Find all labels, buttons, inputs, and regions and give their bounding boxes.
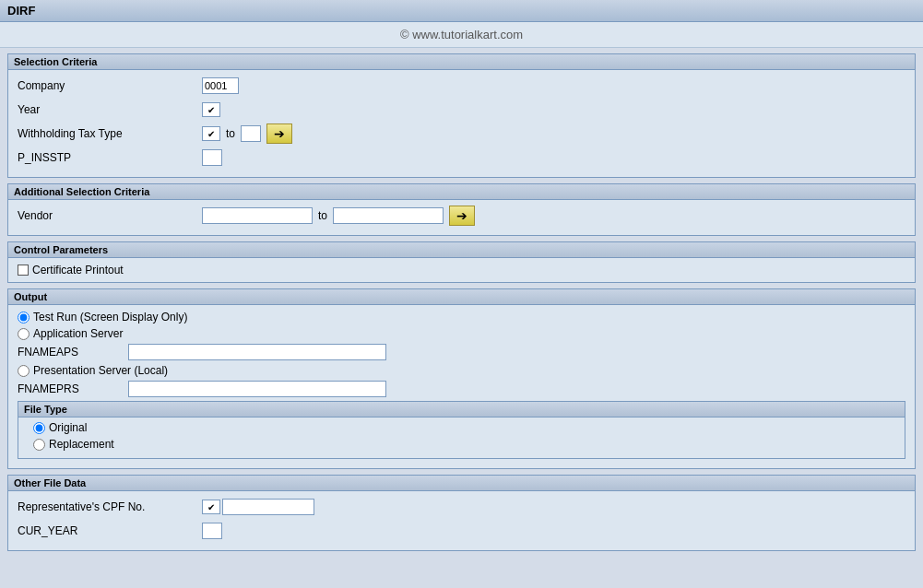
app-title: DIRF bbox=[7, 4, 35, 18]
control-parameters-section: Control Parameters Certificate Printout bbox=[7, 241, 916, 283]
cpf-label: Representative's CPF No. bbox=[18, 500, 202, 513]
p-insstp-input[interactable] bbox=[202, 149, 222, 166]
cur-year-row: CUR_YEAR bbox=[18, 521, 905, 541]
replacement-label: Replacement bbox=[49, 438, 114, 451]
withholding-tax-label: Withholding Tax Type bbox=[18, 127, 202, 140]
p-insstp-label: P_INSSTP bbox=[18, 151, 202, 164]
certificate-checkbox[interactable] bbox=[18, 265, 29, 276]
withholding-tax-row: Withholding Tax Type ✔ to ➔ bbox=[18, 123, 905, 144]
application-server-radio[interactable] bbox=[18, 328, 30, 340]
test-run-label: Test Run (Screen Display Only) bbox=[33, 311, 187, 323]
fnameprs-input[interactable] bbox=[128, 381, 386, 397]
cur-year-label: CUR_YEAR bbox=[18, 524, 202, 537]
file-type-header: File Type bbox=[18, 402, 905, 417]
control-parameters-header: Control Parameters bbox=[8, 242, 915, 258]
vendor-from-input[interactable] bbox=[202, 207, 313, 224]
vendor-to-input[interactable] bbox=[333, 207, 444, 224]
watermark-text: © www.tutorialkart.com bbox=[400, 28, 523, 41]
application-server-label: Application Server bbox=[33, 327, 123, 340]
withholding-tax-checkbox[interactable]: ✔ bbox=[202, 126, 220, 141]
output-body: Test Run (Screen Display Only) Applicati… bbox=[8, 305, 915, 468]
p-insstp-row: P_INSSTP bbox=[18, 147, 905, 168]
replacement-row: Replacement bbox=[33, 438, 890, 451]
selection-criteria-header: Selection Criteria bbox=[8, 54, 915, 70]
selection-criteria-body: Company Year ✔ Withholding Tax Type ✔ to… bbox=[8, 70, 915, 177]
certificate-row: Certificate Printout bbox=[18, 264, 905, 276]
year-label: Year bbox=[18, 103, 202, 116]
year-checkbox[interactable]: ✔ bbox=[202, 102, 220, 117]
test-run-row: Test Run (Screen Display Only) bbox=[18, 311, 905, 323]
withholding-nav-button[interactable]: ➔ bbox=[266, 123, 292, 144]
cpf-row: Representative's CPF No. ✔ bbox=[18, 497, 905, 517]
watermark-bar: © www.tutorialkart.com bbox=[0, 22, 923, 48]
title-bar: DIRF bbox=[0, 0, 923, 22]
file-type-section: File Type Original Replacement bbox=[18, 401, 905, 459]
cur-year-input[interactable] bbox=[202, 523, 222, 539]
original-row: Original bbox=[33, 421, 890, 434]
company-row: Company bbox=[18, 76, 905, 96]
application-server-row: Application Server bbox=[18, 327, 905, 340]
vendor-nav-button[interactable]: ➔ bbox=[449, 206, 475, 226]
presentation-server-radio[interactable] bbox=[18, 365, 30, 377]
other-file-data-header: Other File Data bbox=[8, 476, 915, 491]
company-label: Company bbox=[18, 79, 202, 92]
other-file-data-body: Representative's CPF No. ✔ CUR_YEAR bbox=[8, 491, 915, 550]
original-radio[interactable] bbox=[33, 422, 45, 434]
file-type-body: Original Replacement bbox=[18, 417, 905, 458]
presentation-server-row: Presentation Server (Local) bbox=[18, 364, 905, 377]
output-header: Output bbox=[8, 289, 915, 305]
certificate-label: Certificate Printout bbox=[32, 264, 124, 276]
additional-selection-section: Additional Selection Criteria Vendor to … bbox=[7, 183, 916, 236]
vendor-row: Vendor to ➔ bbox=[18, 206, 905, 226]
vendor-label: Vendor bbox=[18, 209, 202, 222]
fnameprs-label: FNAMEPRS bbox=[18, 382, 128, 395]
to-label-2: to bbox=[318, 209, 327, 222]
replacement-radio[interactable] bbox=[33, 439, 45, 451]
test-run-radio[interactable] bbox=[18, 312, 30, 323]
other-file-data-section: Other File Data Representative's CPF No.… bbox=[7, 475, 916, 551]
additional-selection-header: Additional Selection Criteria bbox=[8, 184, 915, 200]
year-row: Year ✔ bbox=[18, 100, 905, 120]
withholding-tax-to-input[interactable] bbox=[241, 125, 261, 142]
fnameaps-input[interactable] bbox=[128, 344, 386, 360]
presentation-server-label: Presentation Server (Local) bbox=[33, 364, 168, 377]
fnameprs-row: FNAMEPRS bbox=[18, 381, 905, 397]
control-parameters-body: Certificate Printout bbox=[8, 258, 915, 282]
output-section: Output Test Run (Screen Display Only) Ap… bbox=[7, 288, 916, 469]
selection-criteria-section: Selection Criteria Company Year ✔ Withho… bbox=[7, 53, 916, 178]
additional-selection-body: Vendor to ➔ bbox=[8, 200, 915, 235]
company-input[interactable] bbox=[202, 77, 239, 94]
nav-arrow-icon: ➔ bbox=[274, 126, 285, 141]
original-label: Original bbox=[49, 421, 87, 434]
fnameaps-row: FNAMEAPS bbox=[18, 344, 905, 360]
fnameaps-label: FNAMEAPS bbox=[18, 346, 128, 359]
to-label-1: to bbox=[226, 127, 235, 140]
vendor-nav-arrow-icon: ➔ bbox=[456, 208, 467, 223]
cpf-input[interactable] bbox=[222, 499, 314, 515]
cpf-checkbox[interactable]: ✔ bbox=[202, 500, 220, 514]
